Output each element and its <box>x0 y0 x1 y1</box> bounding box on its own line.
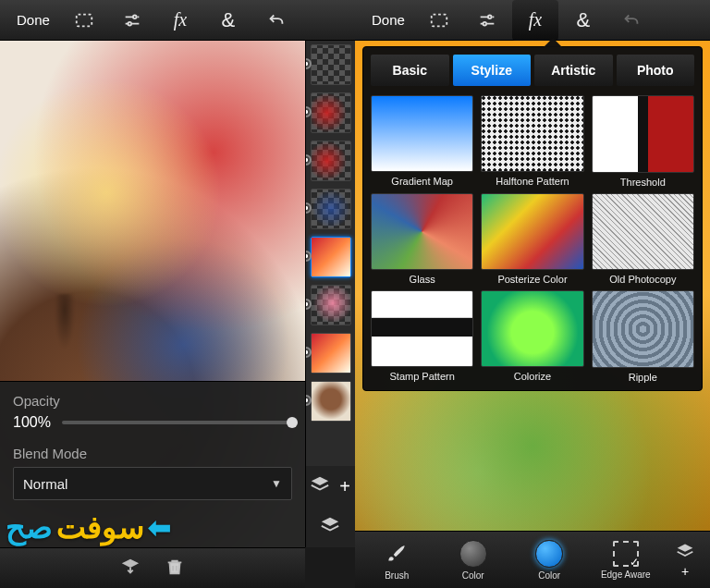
layer-thumb[interactable] <box>311 92 351 133</box>
plus-icon: + <box>681 564 689 579</box>
bottom-bar-right: Brush Color Color Edge Aware + <box>355 531 710 588</box>
tool-label: Brush <box>385 570 409 581</box>
fx-tool-icon[interactable]: fx <box>512 0 558 41</box>
merge-down-icon[interactable] <box>120 557 141 581</box>
layers-stack-icon[interactable] <box>320 515 340 539</box>
edge-aware-icon <box>613 541 639 567</box>
fx-glass[interactable]: Glass <box>371 193 473 286</box>
svg-point-4 <box>488 15 492 18</box>
layers-stack-icon <box>673 542 697 560</box>
tab-basic[interactable]: Basic <box>371 55 449 86</box>
toolbar-left: Done fx & <box>0 0 355 41</box>
fx-gradient-map[interactable]: Gradient Map <box>371 95 473 188</box>
svg-rect-0 <box>77 14 92 26</box>
fx-panel: Basic Stylize Artistic Photo Gradient Ma… <box>362 46 703 391</box>
fx-tool-icon[interactable]: fx <box>157 0 203 41</box>
fx-photocopy[interactable]: Old Photocopy <box>592 193 694 286</box>
layer-thumb[interactable] <box>311 237 351 277</box>
watermark-word2: صح <box>6 508 53 545</box>
layer-thumb[interactable] <box>311 44 351 85</box>
svg-point-1 <box>133 15 137 18</box>
fx-frame: Basic Stylize Artistic Photo Gradient Ma… <box>355 41 710 547</box>
adjust-tool-icon[interactable] <box>464 0 510 41</box>
svg-point-2 <box>128 21 131 25</box>
layer-thumb[interactable] <box>311 285 351 325</box>
opacity-value: 100% <box>13 414 51 431</box>
layer-thumb[interactable] <box>311 381 351 422</box>
fx-halftone[interactable]: Halftone Pattern <box>481 95 583 188</box>
slider-thumb-icon[interactable] <box>287 417 298 428</box>
tool-edge-aware[interactable]: Edge Aware <box>588 541 665 580</box>
layer-thumb[interactable] <box>311 333 351 374</box>
tool-label: Edge Aware <box>601 570 651 580</box>
svg-rect-3 <box>432 14 447 26</box>
tool-color-1[interactable]: Color <box>435 540 512 581</box>
svg-point-5 <box>483 21 486 25</box>
done-button[interactable]: Done <box>362 6 414 33</box>
tab-artistic[interactable]: Artistic <box>534 55 613 86</box>
fx-stamp[interactable]: Stamp Pattern <box>371 290 473 383</box>
watermark-word1: سوفت <box>56 508 144 545</box>
layers-strip: + <box>305 41 355 547</box>
brush-icon <box>383 540 410 568</box>
layer-thumb[interactable] <box>311 141 351 181</box>
tool-color-2[interactable]: Color <box>511 540 588 581</box>
adjust-tool-icon[interactable] <box>109 0 155 41</box>
toolbar-right: Done fx & <box>355 0 710 41</box>
watermark: ⬅ سوفت صح <box>6 508 171 545</box>
fx-posterize[interactable]: Posterize Color <box>481 193 583 286</box>
amp-tool-icon[interactable]: & <box>560 0 606 41</box>
color-dot-icon <box>535 540 563 568</box>
blend-mode-value: Normal <box>23 476 67 492</box>
tool-label: Color <box>462 570 484 581</box>
fx-tabs: Basic Stylize Artistic Photo <box>371 55 694 86</box>
fx-ripple[interactable]: Ripple <box>592 290 694 383</box>
select-tool-icon[interactable] <box>416 0 462 41</box>
fx-colorize[interactable]: Colorize <box>481 290 583 383</box>
amp-tool-icon[interactable]: & <box>205 0 251 41</box>
chevron-down-icon: ▼ <box>271 477 282 490</box>
undo-icon <box>608 0 655 41</box>
tab-stylize[interactable]: Stylize <box>453 55 532 86</box>
arrow-icon: ⬅ <box>148 511 171 544</box>
layers-stack-icon[interactable] <box>310 474 330 498</box>
tool-label: Color <box>538 570 560 581</box>
fx-grid: Gradient Map Halftone Pattern Threshold … <box>371 95 694 383</box>
trash-icon[interactable] <box>165 557 185 581</box>
blend-mode-dropdown[interactable]: Normal ▼ <box>13 467 292 500</box>
blend-mode-label: Blend Mode <box>13 446 292 461</box>
tab-photo[interactable]: Photo <box>617 55 695 86</box>
color-dot-icon <box>459 540 487 568</box>
right-app-pane: Done fx & Basic Stylize Artistic Photo G… <box>355 0 710 588</box>
fx-threshold[interactable]: Threshold <box>592 95 694 188</box>
layers-shortcut[interactable]: + <box>664 532 706 589</box>
bottom-bar-left <box>0 547 305 588</box>
plus-icon[interactable]: + <box>339 476 350 497</box>
undo-icon[interactable] <box>253 0 300 41</box>
opacity-label: Opacity <box>13 393 292 409</box>
left-app-pane: Done fx & + <box>0 0 355 588</box>
opacity-slider[interactable] <box>62 421 292 424</box>
select-tool-icon[interactable] <box>61 0 107 41</box>
tool-brush[interactable]: Brush <box>359 540 435 581</box>
done-button[interactable]: Done <box>7 6 59 33</box>
layer-thumb[interactable] <box>311 189 351 229</box>
